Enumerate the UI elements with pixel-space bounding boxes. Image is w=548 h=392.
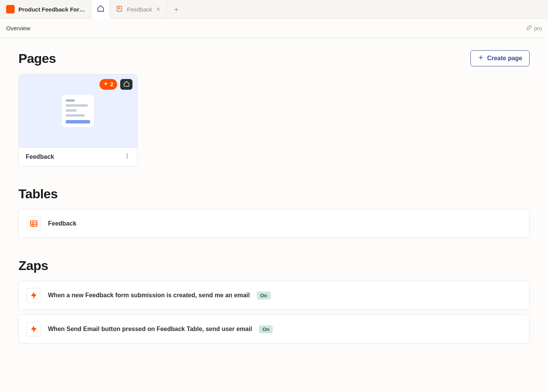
page-preview: 2 <box>19 74 137 147</box>
svg-point-3 <box>127 157 127 158</box>
section-pages: Pages Create page 2 <box>18 50 530 166</box>
badge-home <box>120 79 132 90</box>
zap-row[interactable]: When Send Email button pressed on Feedba… <box>18 315 530 344</box>
badge-count-text: 2 <box>110 81 113 87</box>
main-content: Pages Create page 2 <box>0 38 548 376</box>
close-icon[interactable]: ✕ <box>156 6 161 12</box>
bolt-icon <box>26 322 41 336</box>
link-icon <box>526 25 532 32</box>
tab-project[interactable]: Product Feedback For… <box>0 0 91 18</box>
tab-feedback-label: Feedback <box>127 6 152 13</box>
pages-heading: Pages <box>18 51 56 66</box>
bolt-icon <box>26 288 41 303</box>
page-card-menu-button[interactable] <box>124 153 130 161</box>
home-icon <box>123 81 130 89</box>
status-badge: On <box>257 292 271 300</box>
zap-title: When a new Feedback form submission is c… <box>48 292 250 299</box>
table-name: Feedback <box>48 220 76 227</box>
badge-zap-count: 2 <box>99 79 117 90</box>
create-page-label: Create page <box>487 55 522 62</box>
svg-rect-4 <box>31 221 37 227</box>
zap-row[interactable]: When a new Feedback form submission is c… <box>18 281 530 310</box>
project-title: Product Feedback For… <box>18 6 85 13</box>
link-area[interactable]: pro <box>526 25 542 32</box>
page-card-name: Feedback <box>26 153 54 160</box>
breadcrumb-overview[interactable]: Overview <box>6 25 30 31</box>
zap-title: When Send Email button pressed on Feedba… <box>48 326 252 333</box>
plus-icon: ＋ <box>173 5 180 14</box>
section-zaps: Zaps When a new Feedback form submission… <box>18 258 530 344</box>
tables-heading: Tables <box>18 186 58 201</box>
link-text: pro <box>534 25 542 31</box>
section-tables: Tables Feedback <box>18 186 530 238</box>
table-icon <box>26 216 41 231</box>
tab-feedback[interactable]: Feedback ✕ <box>110 0 167 18</box>
create-page-button[interactable]: Create page <box>470 50 530 66</box>
home-icon <box>97 5 104 13</box>
status-badge: On <box>259 325 273 333</box>
plus-icon <box>478 54 484 62</box>
bolt-icon <box>103 81 108 87</box>
tab-bar: Product Feedback For… Feedback ✕ ＋ <box>0 0 548 19</box>
page-icon <box>116 5 123 13</box>
secondary-bar: Overview pro <box>0 19 548 38</box>
tab-add[interactable]: ＋ <box>167 0 185 18</box>
table-row-feedback[interactable]: Feedback <box>18 209 530 238</box>
tab-home[interactable] <box>91 0 110 19</box>
preview-document-icon <box>62 95 94 127</box>
zaps-heading: Zaps <box>18 258 48 273</box>
project-icon <box>6 5 15 13</box>
svg-point-1 <box>127 154 127 155</box>
svg-point-2 <box>127 156 127 156</box>
page-card-feedback[interactable]: 2 Feedback <box>18 74 137 166</box>
